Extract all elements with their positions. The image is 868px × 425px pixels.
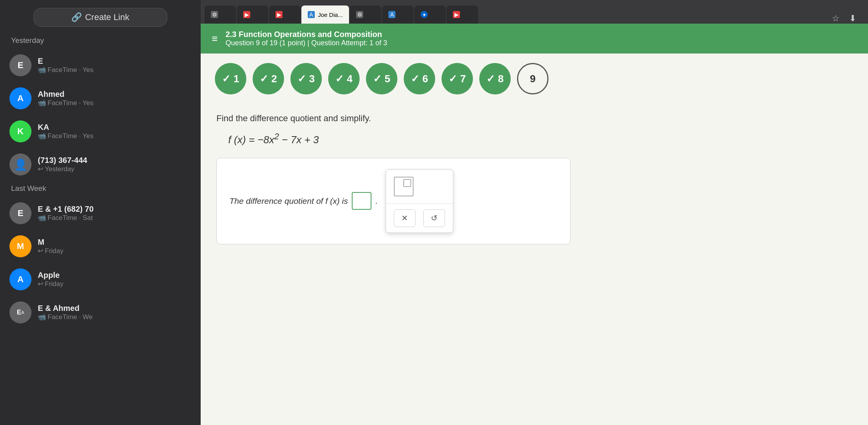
reply-icon: ↩ [38,280,43,288]
contact-name: (713) 367-444 [38,156,87,165]
list-item[interactable]: A Apple ↩ Friday [0,263,201,296]
contact-sub: 📹 FaceTime · Yes [38,99,94,107]
quiz-title: 2.3 Function Operations and Composition [225,30,387,39]
browser-tab[interactable]: A [382,6,414,24]
math-superscript-box [403,179,411,187]
contact-sub: 📹 FaceTime · Sat [38,214,94,222]
messages-sidebar: 🔗 Create Link Yesterday E E 📹 FaceTime ·… [0,0,201,425]
math-input-top [386,170,453,204]
contact-info: Apple ↩ Friday [38,271,63,288]
contact-sub: ↩ Yesterday [38,165,87,173]
contact-name: E [38,57,94,66]
question-7-button[interactable]: ✓ 7 [441,63,473,94]
question-6-button[interactable]: ✓ 6 [404,63,435,94]
answer-input[interactable] [352,192,371,210]
avatar: E [9,54,31,76]
menu-icon[interactable]: ≡ [212,33,218,45]
question-9-button[interactable]: 9 [517,63,549,94]
answer-area: The difference quotient of f (x) is . ✕ … [216,158,571,244]
contact-sub: 📹 FaceTime · Yes [38,132,94,140]
quiz-title-area: 2.3 Function Operations and Composition … [225,30,387,47]
list-item[interactable]: E E 📹 FaceTime · Yes [0,49,201,82]
avatar: M [9,235,31,257]
video-icon: 📹 [38,99,46,107]
contact-sub: ↩ Friday [38,247,63,255]
contact-name: E & +1 (682) 70 [38,205,94,214]
create-link-button[interactable]: 🔗 Create Link [33,8,167,27]
link-icon: 🔗 [71,12,82,22]
tab-favicon: ● [421,11,428,18]
tab-label: Joe Dia... [318,11,343,18]
list-item[interactable]: K KA 📹 FaceTime · Yes [0,115,201,148]
browser-tab[interactable]: ▶ [447,6,478,24]
contact-name: KA [38,123,94,132]
answer-prompt: The difference quotient of f (x) is [229,196,348,206]
download-icon[interactable]: ⬇ [849,13,856,24]
tab-favicon: ▶ [275,11,283,18]
math-input-actions: ✕ ↺ [386,204,453,233]
contact-sub: ↩ Friday [38,280,63,288]
question-navigation: ✓ 1 ✓ 2 ✓ 3 ✓ 4 ✓ 5 ✓ 6 ✓ 7 ✓ 8 9 [201,54,868,104]
list-item[interactable]: A Ahmed 📹 FaceTime · Yes [0,82,201,115]
question-3-button[interactable]: ✓ 3 [290,63,322,94]
question-8-button[interactable]: ✓ 8 [479,63,511,94]
equation-display: f (x) = −8x2 − 7x + 3 [216,131,852,146]
contact-info: (713) 367-444 ↩ Yesterday [38,156,87,173]
question-1-button[interactable]: ✓ 1 [215,63,246,94]
browser-tab[interactable]: ▶ [269,6,301,24]
browser-tab[interactable]: ▶ [237,6,268,24]
tab-favicon: ▶ [453,11,460,18]
avatar: A [9,268,31,290]
contact-info: KA 📹 FaceTime · Yes [38,123,94,140]
contact-info: E 📹 FaceTime · Yes [38,57,94,74]
reply-icon: ↩ [38,165,43,173]
answer-suffix: . [375,196,378,206]
avatar: A [9,87,31,109]
question-5-button[interactable]: ✓ 5 [366,63,397,94]
list-item[interactable]: E E & +1 (682) 70 📹 FaceTime · Sat [0,197,201,230]
tab-favicon: A [308,11,315,18]
video-icon: 📹 [38,66,46,74]
list-item[interactable]: 👤 (713) 367-444 ↩ Yesterday [0,148,201,181]
answer-prompt-area: The difference quotient of f (x) is . [229,192,378,210]
contact-name: Ahmed [38,90,94,99]
question-text: Find the difference quotient and simplif… [216,113,852,124]
math-undo-button[interactable]: ↺ [423,209,445,227]
tab-favicon: ▶ [243,11,250,18]
browser-tab[interactable]: ⚙ [350,6,381,24]
quiz-subtitle: Question 9 of 19 (1 point) | Question At… [225,39,387,47]
contact-name: E & Ahmed [38,304,92,313]
question-4-button[interactable]: ✓ 4 [328,63,360,94]
video-icon: 📹 [38,313,46,321]
contact-info: E & +1 (682) 70 📹 FaceTime · Sat [38,205,94,222]
contact-name: Apple [38,271,63,280]
browser-tab[interactable]: ⚙ [205,6,236,24]
create-link-label: Create Link [85,12,129,22]
video-icon: 📹 [38,132,46,140]
question-2-button[interactable]: ✓ 2 [253,63,284,94]
list-item[interactable]: EA E & Ahmed 📹 FaceTime · We [0,296,201,329]
tab-favicon: ⚙ [356,11,363,18]
browser-tab-active[interactable]: A Joe Dia... [301,6,349,24]
browser-tab[interactable]: ● [414,6,446,24]
browser-tabs-bar: ⚙ ▶ ▶ A Joe Dia... ⚙ A ● ▶ ☆ ⬇ [201,0,868,24]
reply-icon: ↩ [38,247,43,255]
list-item[interactable]: M M ↩ Friday [0,230,201,263]
contact-sub: 📹 FaceTime · Yes [38,66,94,74]
section-last-week: Last Week [0,181,201,197]
sidebar-header: 🔗 Create Link [0,0,201,33]
contact-sub: 📹 FaceTime · We [38,313,92,321]
star-icon[interactable]: ☆ [832,13,840,24]
quiz-content: Find the difference quotient and simplif… [201,104,868,425]
math-power-symbol [394,177,414,196]
quiz-header: ≡ 2.3 Function Operations and Compositio… [201,24,868,54]
video-icon: 📹 [38,214,46,222]
avatar: K [9,120,31,142]
math-clear-button[interactable]: ✕ [394,209,416,227]
avatar: EA [9,301,31,323]
section-yesterday: Yesterday [0,33,201,49]
avatar: E [9,202,31,224]
contact-name: M [38,238,63,247]
contact-info: M ↩ Friday [38,238,63,255]
main-content: ⚙ ▶ ▶ A Joe Dia... ⚙ A ● ▶ ☆ ⬇ ≡ [201,0,868,425]
